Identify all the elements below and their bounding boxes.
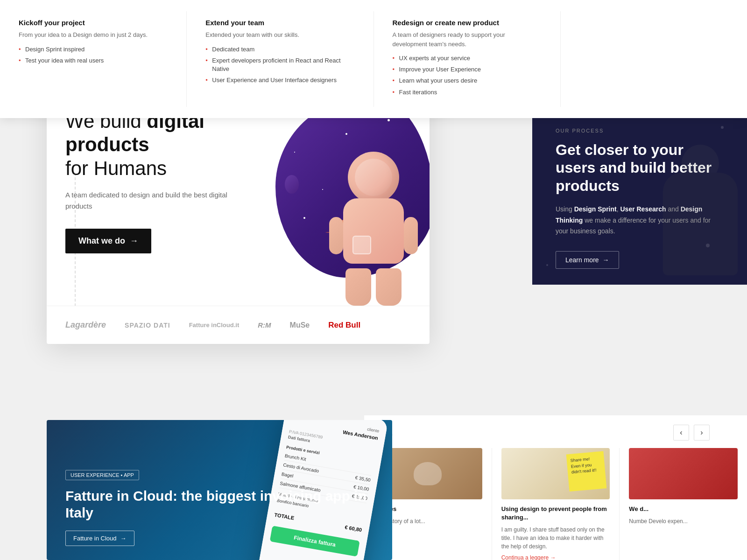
cta-arrow-icon: → [130,236,138,246]
dropdown-item[interactable]: Test your idea with real users [19,56,168,65]
dropdown-item[interactable]: Dedicated team [205,45,354,54]
dropdown-col-kickoff-desc: From your idea to a Design demo in just … [19,30,168,40]
star-decoration [345,133,347,135]
blog-card-image-1: Share me! Even if you didn't read it!! [501,448,610,499]
dropdown-col-redesign-title: Redesign or create new product [393,19,542,27]
portfolio-title: Fatture in Cloud: the biggest invoicing … [65,488,392,521]
blog-card-1: Share me! Even if you didn't read it!! U… [492,448,620,560]
dot-decoration [721,126,724,129]
blog-navigation: ‹ › [673,425,710,441]
cta-label: What we do [78,236,125,246]
blog-header: ka ‹ › [383,425,710,441]
dropdown-col-redesign-desc: A team of designers ready to support you… [393,30,542,49]
blog-prev-button[interactable]: ‹ [673,425,689,441]
dropdown-col-extend-title: Extend your team [205,19,354,27]
logo-fatture: Fatture inCloud.it [189,322,240,329]
hero-description: A team dedicated to design and build the… [65,189,243,212]
blog-section: ka ‹ › bgames ...new story of a lot... S… [364,415,747,560]
person-silhouette [654,135,747,285]
dropdown-menu: Kickoff your project From your idea to a… [0,0,747,118]
hero-illustration [261,91,430,306]
astronaut-arm-right [404,217,418,254]
dropdown-item[interactable]: Design Sprint inspired [19,45,168,54]
blog-card-title-2: We d... [629,505,738,513]
astronaut-legs [327,268,420,306]
blog-read-more-1[interactable]: Continua a leggere → [501,554,610,560]
astronaut-figure [327,152,420,306]
process-section: OUR PROCESS Get closer to your users and… [532,112,747,285]
dropdown-col-empty [561,11,747,107]
person-body [663,173,738,275]
learn-more-label: Learn more [565,256,599,264]
star-decoration [294,152,295,153]
blog-card-image-2 [629,448,738,499]
learn-more-button[interactable]: Learn more → [556,251,619,269]
blog-card-excerpt-2: Numbe Develo expen... [629,517,738,525]
portfolio-content: USER EXPERIENCE • APP Fatture in Cloud: … [65,470,392,546]
dropdown-item[interactable]: Expert developers proficient in React an… [205,56,354,73]
astronaut-helmet [348,152,399,203]
blog-card-excerpt-1: I am guilty. I share stuff based only on… [501,525,610,551]
logo-redbull: Red Bull [328,321,360,330]
dropdown-col-extend-desc: Extended your team with our skills. [205,30,354,40]
blog-card-title-1: Using design to prevent people from shar… [501,505,610,522]
portfolio-tag: USER EXPERIENCE • APP [65,470,139,480]
dropdown-item[interactable]: UX experts at your service [393,54,542,63]
learn-more-arrow-icon: → [603,256,609,264]
process-label: OUR PROCESS [556,128,724,133]
astronaut-badge [352,236,371,254]
blog-next-button[interactable]: › [694,425,710,441]
dropdown-col-kickoff: Kickoff your project From your idea to a… [0,11,187,107]
hero-text: We build digital products for Humans A t… [65,110,243,253]
sticky-note-illustration: Share me! Even if you didn't read it!! [566,451,607,492]
dropdown-col-extend: Extend your team Extended your team with… [187,11,374,107]
dropdown-item[interactable]: Fast iterations [393,88,542,97]
logo-spaziodati: SPAZIO DATI [125,322,170,329]
astronaut-torso [343,198,404,264]
dropdown-item[interactable]: Learn what your users desire [393,77,542,85]
logo-rm: R:M [258,321,271,329]
process-design-sprint: Design Sprint [574,205,617,213]
portfolio-link-button[interactable]: Fatture in Cloud → [65,531,134,546]
cta-button[interactable]: What we do → [65,229,151,253]
dropdown-col-kickoff-title: Kickoff your project [19,19,168,27]
star-decoration [303,217,305,219]
dropdown-col-redesign: Redesign or create new product A team of… [374,11,561,107]
logo-lagardere: Lagardère [65,320,106,330]
moon-decoration [285,175,299,194]
portfolio-link-label: Fatture in Cloud [73,535,117,542]
logos-section: Lagardère SPAZIO DATI Fatture inCloud.it… [47,306,430,344]
portfolio-card: USER EXPERIENCE • APP Fatture in Cloud: … [47,420,392,560]
blog-card-2: We d... Numbe Develo expen... [620,448,747,560]
star-decoration [322,189,323,190]
hero-headline: We build digital products for Humans [65,110,243,180]
astronaut-arm-left [329,217,343,254]
portfolio-link-arrow: → [120,535,127,542]
dot-decoration [546,264,548,266]
hero-headline-end: for Humans [65,157,167,179]
invoice-item-name: Brunch Kit [284,453,306,462]
logo-muse: MuSe [290,321,310,329]
blog-cards-container: bgames ...new story of a lot... Share me… [364,448,747,560]
dropdown-item[interactable]: User Experience and User Interface desig… [205,76,354,84]
dropdown-item[interactable]: Improve your User Experience [393,65,542,74]
star-decoration [388,119,390,121]
astronaut-leg-left [345,268,371,306]
astronaut-leg-right [376,268,402,306]
